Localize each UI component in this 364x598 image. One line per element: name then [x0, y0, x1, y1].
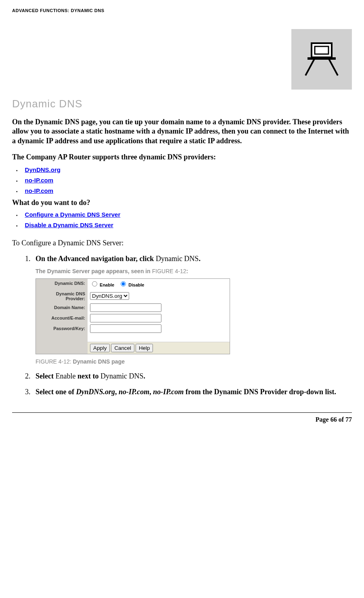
step-1: On the Advanced navigation bar, click Dy…	[32, 255, 352, 365]
step-3: Select one of DynDNS.org, no-IP.com, no-…	[32, 388, 352, 396]
account-email-input[interactable]	[90, 314, 161, 322]
page-header: ADVANCED FUNCTIONS: DYNAMIC DNS	[12, 8, 352, 13]
supports-paragraph: The Company AP Router supports three dyn…	[12, 153, 352, 161]
help-button[interactable]: Help	[136, 344, 153, 352]
figure-screenshot: Dynamic DNS: Dynamic DNS Provider: Domai…	[36, 278, 230, 354]
page-footer: Page 66 of 77	[12, 416, 352, 423]
intro-paragraph: On the Dynamic DNS page, you can tie up …	[12, 117, 352, 146]
page-title: Dynamic DNS	[12, 98, 352, 110]
label-password: Password/Key:	[36, 324, 88, 335]
action-list: Configure a Dynamic DNS Server Disable a…	[12, 211, 352, 229]
label-dynamic-dns: Dynamic DNS:	[36, 279, 88, 289]
provider-select[interactable]: DynDNS.org	[90, 292, 129, 300]
cancel-button[interactable]: Cancel	[111, 344, 134, 352]
section-heading: To Configure a Dynamic DNS Server:	[12, 239, 352, 247]
svg-rect-3	[315, 46, 328, 54]
provider-link-noip-2[interactable]: no-IP.com	[25, 187, 54, 194]
radio-enable[interactable]	[92, 281, 97, 286]
section-icon	[291, 29, 352, 90]
domain-name-input[interactable]	[90, 303, 161, 312]
provider-list: DynDNS.org no-IP.com no-IP.com	[12, 166, 352, 194]
action-link-disable[interactable]: Disable a Dynamic DNS Server	[25, 222, 113, 228]
label-account: Account/E-mail:	[36, 314, 88, 324]
footer-divider	[12, 412, 352, 413]
radio-enable-label: Enable	[100, 282, 114, 287]
svg-rect-4	[308, 57, 336, 60]
radio-disable-label: Disable	[128, 282, 144, 287]
figure-intro: The Dynamic Server page appears, seen in…	[36, 268, 352, 274]
question-text: What do you want to do?	[12, 199, 352, 207]
radio-disable[interactable]	[121, 281, 126, 286]
label-domain: Domain Name:	[36, 303, 88, 314]
step-2: Select Enable next to Dynamic DNS.	[32, 372, 352, 381]
provider-link-noip-1[interactable]: no-IP.com	[25, 177, 54, 184]
figure-caption: FIGURE 4-12: Dynamic DNS page	[36, 358, 352, 365]
apply-button[interactable]: Apply	[90, 344, 110, 352]
password-key-input[interactable]	[90, 324, 161, 333]
action-link-configure[interactable]: Configure a Dynamic DNS Server	[25, 211, 121, 218]
label-provider: Dynamic DNS Provider:	[36, 289, 88, 303]
provider-link-dyndns[interactable]: DynDNS.org	[25, 166, 61, 173]
